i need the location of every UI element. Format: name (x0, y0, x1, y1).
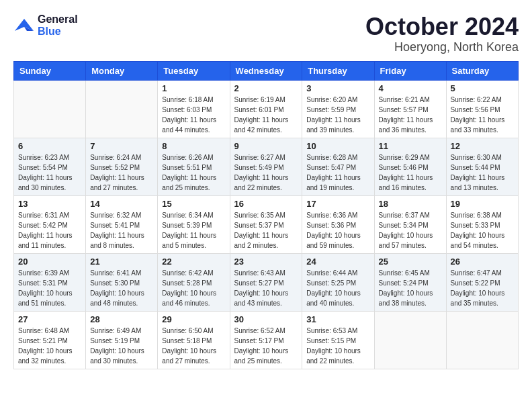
svg-marker-0 (15, 19, 34, 31)
calendar-body: 1Sunrise: 6:18 AM Sunset: 6:03 PM Daylig… (14, 80, 519, 369)
day-number: 6 (18, 141, 81, 151)
day-info: Sunrise: 6:27 AM Sunset: 5:49 PM Dayligh… (234, 152, 298, 193)
calendar-day-cell: 26Sunrise: 6:47 AM Sunset: 5:22 PM Dayli… (446, 253, 518, 311)
day-number: 11 (379, 141, 442, 151)
calendar-day-cell: 10Sunrise: 6:28 AM Sunset: 5:47 PM Dayli… (302, 138, 374, 195)
calendar-week-row: 13Sunrise: 6:31 AM Sunset: 5:42 PM Dayli… (14, 195, 519, 253)
day-info: Sunrise: 6:30 AM Sunset: 5:44 PM Dayligh… (451, 152, 514, 193)
calendar-day-cell (446, 311, 518, 369)
calendar-day-cell (86, 80, 158, 138)
day-info: Sunrise: 6:20 AM Sunset: 5:59 PM Dayligh… (306, 95, 369, 135)
calendar-day-cell: 20Sunrise: 6:39 AM Sunset: 5:31 PM Dayli… (14, 253, 86, 311)
day-info: Sunrise: 6:37 AM Sunset: 5:34 PM Dayligh… (379, 210, 442, 250)
day-info: Sunrise: 6:29 AM Sunset: 5:46 PM Dayligh… (379, 152, 442, 193)
day-info: Sunrise: 6:52 AM Sunset: 5:17 PM Dayligh… (234, 326, 298, 366)
day-info: Sunrise: 6:50 AM Sunset: 5:18 PM Dayligh… (162, 326, 225, 366)
day-number: 27 (18, 314, 81, 324)
day-number: 28 (90, 314, 153, 324)
day-info: Sunrise: 6:22 AM Sunset: 5:56 PM Dayligh… (451, 95, 514, 135)
day-info: Sunrise: 6:35 AM Sunset: 5:37 PM Dayligh… (234, 210, 298, 250)
calendar-day-cell: 23Sunrise: 6:43 AM Sunset: 5:27 PM Dayli… (230, 253, 302, 311)
day-info: Sunrise: 6:21 AM Sunset: 5:57 PM Dayligh… (379, 95, 442, 135)
calendar-day-cell: 28Sunrise: 6:49 AM Sunset: 5:19 PM Dayli… (86, 311, 158, 369)
calendar-day-cell: 13Sunrise: 6:31 AM Sunset: 5:42 PM Dayli… (14, 195, 86, 253)
calendar-day-cell (14, 80, 86, 138)
day-number: 3 (306, 83, 369, 93)
weekday-header-tuesday: Tuesday (158, 61, 230, 80)
day-number: 31 (306, 314, 369, 324)
calendar-day-cell: 18Sunrise: 6:37 AM Sunset: 5:34 PM Dayli… (374, 195, 446, 253)
calendar-day-cell: 8Sunrise: 6:26 AM Sunset: 5:51 PM Daylig… (158, 138, 230, 195)
calendar-header: SundayMondayTuesdayWednesdayThursdayFrid… (14, 61, 519, 80)
day-info: Sunrise: 6:53 AM Sunset: 5:15 PM Dayligh… (306, 326, 369, 366)
day-number: 22 (162, 257, 225, 267)
day-info: Sunrise: 6:19 AM Sunset: 6:01 PM Dayligh… (234, 95, 298, 135)
calendar-day-cell: 12Sunrise: 6:30 AM Sunset: 5:44 PM Dayli… (446, 138, 518, 195)
weekday-header-thursday: Thursday (302, 61, 374, 80)
calendar-day-cell: 30Sunrise: 6:52 AM Sunset: 5:17 PM Dayli… (230, 311, 302, 369)
day-number: 8 (162, 141, 225, 151)
day-info: Sunrise: 6:28 AM Sunset: 5:47 PM Dayligh… (306, 152, 369, 193)
day-number: 21 (90, 257, 153, 267)
day-number: 15 (162, 199, 225, 209)
day-info: Sunrise: 6:49 AM Sunset: 5:19 PM Dayligh… (90, 326, 153, 366)
day-number: 17 (306, 199, 369, 209)
day-info: Sunrise: 6:18 AM Sunset: 6:03 PM Dayligh… (162, 95, 225, 135)
calendar-week-row: 6Sunrise: 6:23 AM Sunset: 5:54 PM Daylig… (14, 138, 519, 195)
day-number: 9 (234, 141, 298, 151)
day-number: 14 (90, 199, 153, 209)
logo-text: General Blue (38, 13, 78, 37)
calendar-table: SundayMondayTuesdayWednesdayThursdayFrid… (13, 61, 519, 369)
logo: General Blue (13, 13, 78, 37)
location: Hoeryong, North Korea (365, 40, 519, 54)
day-info: Sunrise: 6:41 AM Sunset: 5:30 PM Dayligh… (90, 268, 153, 308)
day-number: 16 (234, 199, 298, 209)
day-info: Sunrise: 6:42 AM Sunset: 5:28 PM Dayligh… (162, 268, 225, 308)
day-number: 26 (451, 257, 514, 267)
day-info: Sunrise: 6:23 AM Sunset: 5:54 PM Dayligh… (18, 152, 81, 193)
calendar-day-cell: 27Sunrise: 6:48 AM Sunset: 5:21 PM Dayli… (14, 311, 86, 369)
weekday-header-wednesday: Wednesday (230, 61, 302, 80)
day-number: 29 (162, 314, 225, 324)
calendar-day-cell: 9Sunrise: 6:27 AM Sunset: 5:49 PM Daylig… (230, 138, 302, 195)
calendar-week-row: 1Sunrise: 6:18 AM Sunset: 6:03 PM Daylig… (14, 80, 519, 138)
day-info: Sunrise: 6:32 AM Sunset: 5:41 PM Dayligh… (90, 210, 153, 250)
calendar-day-cell: 17Sunrise: 6:36 AM Sunset: 5:36 PM Dayli… (302, 195, 374, 253)
day-info: Sunrise: 6:26 AM Sunset: 5:51 PM Dayligh… (162, 152, 225, 193)
calendar-day-cell: 15Sunrise: 6:34 AM Sunset: 5:39 PM Dayli… (158, 195, 230, 253)
day-info: Sunrise: 6:45 AM Sunset: 5:24 PM Dayligh… (379, 268, 442, 308)
day-info: Sunrise: 6:34 AM Sunset: 5:39 PM Dayligh… (162, 210, 225, 250)
day-number: 1 (162, 83, 225, 93)
day-number: 30 (234, 314, 298, 324)
day-number: 10 (306, 141, 369, 151)
calendar-day-cell: 14Sunrise: 6:32 AM Sunset: 5:41 PM Dayli… (86, 195, 158, 253)
calendar-day-cell: 16Sunrise: 6:35 AM Sunset: 5:37 PM Dayli… (230, 195, 302, 253)
calendar-day-cell: 22Sunrise: 6:42 AM Sunset: 5:28 PM Dayli… (158, 253, 230, 311)
calendar-day-cell: 2Sunrise: 6:19 AM Sunset: 6:01 PM Daylig… (230, 80, 302, 138)
calendar-day-cell: 19Sunrise: 6:38 AM Sunset: 5:33 PM Dayli… (446, 195, 518, 253)
calendar-day-cell: 11Sunrise: 6:29 AM Sunset: 5:46 PM Dayli… (374, 138, 446, 195)
day-number: 12 (451, 141, 514, 151)
day-number: 2 (234, 83, 298, 93)
weekday-header-sunday: Sunday (14, 61, 86, 80)
day-number: 24 (306, 257, 369, 267)
day-number: 23 (234, 257, 298, 267)
weekday-header-saturday: Saturday (446, 61, 518, 80)
weekday-header-monday: Monday (86, 61, 158, 80)
calendar-title: October 2024 Hoeryong, North Korea (365, 13, 519, 54)
day-number: 25 (379, 257, 442, 267)
day-number: 4 (379, 83, 442, 93)
day-info: Sunrise: 6:39 AM Sunset: 5:31 PM Dayligh… (18, 268, 81, 308)
day-info: Sunrise: 6:36 AM Sunset: 5:36 PM Dayligh… (306, 210, 369, 250)
day-info: Sunrise: 6:47 AM Sunset: 5:22 PM Dayligh… (451, 268, 514, 308)
calendar-day-cell: 7Sunrise: 6:24 AM Sunset: 5:52 PM Daylig… (86, 138, 158, 195)
weekday-header-friday: Friday (374, 61, 446, 80)
day-info: Sunrise: 6:44 AM Sunset: 5:25 PM Dayligh… (306, 268, 369, 308)
day-number: 7 (90, 141, 153, 151)
calendar-day-cell: 24Sunrise: 6:44 AM Sunset: 5:25 PM Dayli… (302, 253, 374, 311)
logo-icon (13, 16, 35, 35)
day-info: Sunrise: 6:48 AM Sunset: 5:21 PM Dayligh… (18, 326, 81, 366)
day-number: 19 (451, 199, 514, 209)
calendar-day-cell: 1Sunrise: 6:18 AM Sunset: 6:03 PM Daylig… (158, 80, 230, 138)
calendar-day-cell: 21Sunrise: 6:41 AM Sunset: 5:30 PM Dayli… (86, 253, 158, 311)
